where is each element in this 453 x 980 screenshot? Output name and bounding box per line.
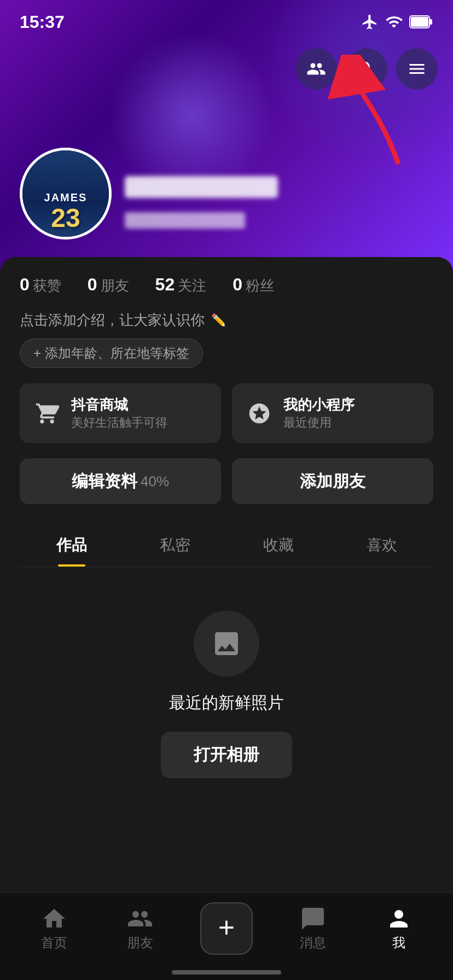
nav-me[interactable]: 我: [356, 906, 442, 952]
profile-area: JAMES 23: [20, 148, 278, 240]
stat-likes[interactable]: 0 获赞: [20, 275, 61, 295]
edit-icon: ✏️: [211, 313, 226, 328]
friends-icon: [306, 59, 326, 79]
feature-mall[interactable]: 抖音商城 美好生活触手可得: [20, 383, 221, 443]
tab-private[interactable]: 私密: [123, 522, 226, 567]
friends-count: 0: [88, 275, 97, 295]
menu-icon: [407, 59, 427, 79]
photo-icon: [211, 628, 242, 659]
nav-messages[interactable]: 消息: [270, 906, 356, 952]
nav-me-label: 我: [392, 934, 405, 952]
friends-button[interactable]: [295, 48, 337, 90]
avatar[interactable]: JAMES 23: [20, 148, 112, 240]
main-card: 0 获赞 0 朋友 52 关注 0 粉丝 点击添加介绍，让大家认识你 ✏️ + …: [0, 257, 453, 980]
tab-works[interactable]: 作品: [20, 522, 123, 567]
miniapp-info: 我的小程序 最近使用: [283, 395, 355, 431]
add-tag-button[interactable]: + 添加年龄、所在地等标签: [20, 339, 203, 368]
menu-button[interactable]: [396, 48, 438, 90]
bottom-nav: 首页 朋友 + 消息 我: [0, 892, 453, 980]
svg-rect-1: [429, 19, 432, 25]
action-buttons-row: 编辑资料 40% 添加朋友: [20, 458, 433, 504]
nav-plus-button[interactable]: +: [200, 902, 253, 955]
tab-likes[interactable]: 喜欢: [330, 522, 433, 567]
jersey-name: JAMES: [44, 191, 88, 204]
airplane-icon: [361, 13, 379, 31]
friends-label: 朋友: [101, 276, 129, 295]
nav-messages-label: 消息: [300, 934, 326, 952]
nav-friends-icon: [127, 906, 153, 932]
nav-friends[interactable]: 朋友: [97, 906, 184, 952]
status-bar: 15:37: [0, 0, 453, 44]
open-album-button[interactable]: 打开相册: [161, 732, 292, 778]
empty-state: 最近的新鲜照片 打开相册: [20, 567, 433, 800]
nav-home-label: 首页: [41, 934, 67, 952]
wifi-icon: [385, 13, 403, 31]
profile-text: [125, 176, 278, 240]
tabs-row: 作品 私密 收藏 喜欢: [20, 522, 433, 567]
bio-text[interactable]: 点击添加介绍，让大家认识你 ✏️: [20, 311, 433, 330]
home-indicator: [172, 970, 281, 975]
nav-home[interactable]: 首页: [11, 906, 97, 952]
status-time: 15:37: [20, 12, 65, 32]
stat-following[interactable]: 52 关注: [155, 275, 207, 295]
nav-plus-icon: +: [218, 913, 235, 942]
bio-section: 点击添加介绍，让大家认识你 ✏️ + 添加年龄、所在地等标签: [20, 311, 433, 368]
message-icon: [300, 906, 326, 932]
followers-count: 0: [233, 275, 242, 295]
stats-row: 0 获赞 0 朋友 52 关注 0 粉丝: [20, 275, 433, 295]
mall-info: 抖音商城 美好生活触手可得: [71, 395, 167, 431]
search-button[interactable]: [346, 48, 387, 90]
likes-count: 0: [20, 275, 30, 295]
following-label: 关注: [178, 276, 206, 295]
top-actions: [295, 48, 438, 90]
add-friend-button[interactable]: 添加朋友: [232, 458, 433, 504]
empty-icon-circle: [194, 611, 259, 676]
followers-label: 粉丝: [246, 276, 274, 295]
nav-create[interactable]: +: [183, 902, 270, 955]
feature-miniapp[interactable]: 我的小程序 最近使用: [232, 383, 433, 443]
edit-profile-button[interactable]: 编辑资料 40%: [20, 458, 221, 504]
stat-followers[interactable]: 0 粉丝: [233, 275, 274, 295]
following-count: 52: [155, 275, 175, 295]
status-icons: [361, 13, 433, 31]
userid-blurred: [125, 212, 245, 229]
battery-icon: [409, 15, 433, 29]
profile-icon: [386, 906, 412, 932]
jersey-number: 23: [51, 205, 80, 231]
miniapp-icon: [245, 399, 274, 428]
feature-row: 抖音商城 美好生活触手可得 我的小程序 最近使用: [20, 383, 433, 443]
cart-icon: [33, 399, 61, 428]
likes-label: 获赞: [33, 276, 61, 295]
svg-rect-2: [411, 17, 428, 27]
search-icon: [357, 59, 376, 79]
empty-title: 最近的新鲜照片: [169, 692, 284, 714]
nav-friends-label: 朋友: [127, 934, 153, 952]
tab-collection[interactable]: 收藏: [226, 522, 330, 567]
stat-friends[interactable]: 0 朋友: [88, 275, 129, 295]
username-blurred: [125, 176, 278, 198]
home-icon: [41, 906, 67, 932]
